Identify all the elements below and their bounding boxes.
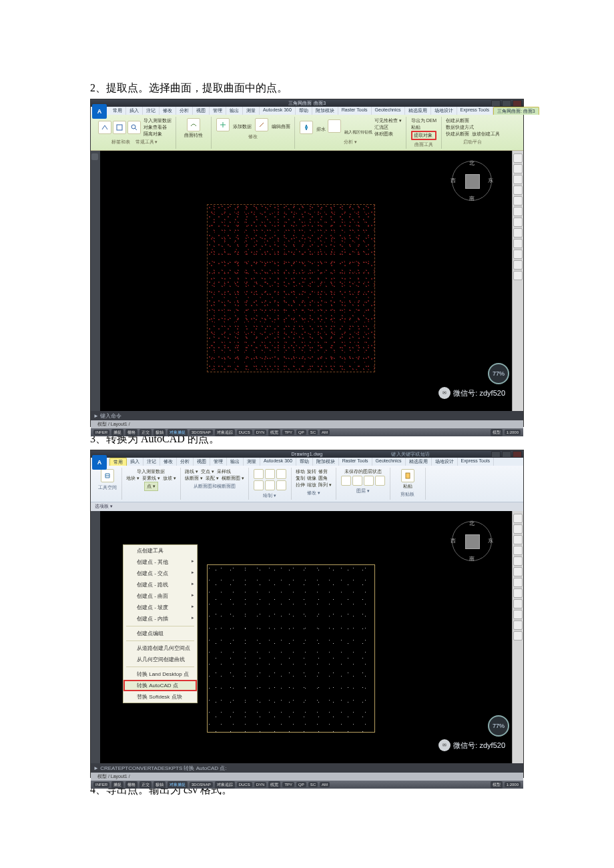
fillet-label[interactable]: 圆角 [318, 475, 328, 482]
command-line[interactable]: ► 键入命令 [91, 411, 523, 420]
surface-props-button[interactable] [187, 118, 200, 131]
status-chip[interactable]: AM [320, 430, 330, 435]
create-section-label[interactable]: 创建从断面 [446, 117, 500, 124]
tab[interactable]: 附加模块 [313, 458, 339, 466]
status-chip[interactable]: DUCS [237, 430, 252, 435]
move-label[interactable]: 移动 [296, 468, 305, 475]
status-chip[interactable]: SC [308, 430, 318, 435]
status-chip[interactable]: 捕捉 [111, 781, 123, 789]
featureline-label[interactable]: 要素线 ▾ [142, 475, 160, 482]
catchment-label[interactable]: 汇流区 [374, 124, 402, 131]
tool-icon[interactable] [513, 514, 523, 523]
add-data-button[interactable] [216, 118, 230, 131]
tool-icon[interactable] [513, 524, 523, 534]
tab[interactable]: 管理 [210, 458, 227, 466]
tool-icon[interactable] [513, 164, 523, 173]
tab[interactable]: 输出 [226, 107, 243, 115]
add-legend-button[interactable] [113, 121, 126, 134]
tab[interactable]: Geotechnics [372, 458, 406, 466]
minimize-button[interactable] [491, 100, 501, 107]
status-chip[interactable]: 3DOSNAP [190, 782, 213, 787]
ellipse-icon[interactable] [265, 480, 275, 490]
layout-tabs[interactable]: 模型 / Layout1 / [91, 420, 523, 428]
status-chip[interactable]: 线宽 [268, 781, 280, 789]
palette-dropdown[interactable]: 选项板 ▾ [95, 504, 113, 508]
tab[interactable]: 常用 [109, 107, 126, 115]
scale-label[interactable]: 缩放 [307, 482, 316, 488]
minimize-button[interactable] [491, 451, 501, 458]
tab-active[interactable]: 常用 [109, 458, 127, 466]
paste-button[interactable] [401, 469, 414, 482]
app-logo[interactable]: A [92, 455, 107, 470]
menu-item[interactable]: 创建点 - 曲面▸ [123, 590, 197, 602]
sampleline-label[interactable]: 采样线 [217, 468, 231, 475]
tab[interactable]: 测量 [243, 107, 260, 115]
status-chip[interactable]: TPY [282, 782, 294, 787]
array-label[interactable]: 阵列 ▾ [318, 482, 332, 488]
tab[interactable]: Express Tools [457, 107, 493, 115]
tab[interactable]: 插入 [127, 458, 143, 466]
status-chip[interactable]: 对象追踪 [215, 429, 235, 436]
tab[interactable]: 分析 [177, 458, 194, 466]
status-model[interactable]: 模型 [491, 429, 503, 436]
toolspace-button[interactable] [101, 469, 114, 482]
viewcube-top[interactable] [465, 174, 480, 189]
status-model[interactable]: 模型 [491, 781, 503, 789]
tab[interactable]: 精选应用 [406, 458, 432, 466]
tab[interactable]: Raster Tools [338, 107, 372, 115]
tab[interactable]: Express Tools [458, 458, 494, 466]
status-chip[interactable]: DYN [254, 782, 267, 787]
tab[interactable]: 插入 [126, 107, 143, 115]
add-label-button[interactable] [98, 121, 111, 134]
tab-active[interactable]: 三角网曲面: 曲面3 [493, 107, 539, 115]
tab[interactable]: Autodesk 360 [260, 458, 296, 466]
points-dropdown[interactable]: 点 ▾ [144, 482, 158, 491]
status-chip[interactable]: INFER [93, 430, 109, 435]
query-button[interactable] [127, 121, 141, 134]
app-logo[interactable]: A [92, 104, 107, 119]
layer-icon[interactable] [364, 476, 374, 486]
tab[interactable]: Autodesk 360 [260, 107, 296, 115]
tool-icon[interactable] [513, 196, 523, 205]
tab[interactable]: 测量 [244, 458, 260, 466]
status-chip[interactable]: AM [320, 782, 330, 787]
import-survey-label[interactable]: 导入测量数据 [137, 468, 165, 475]
maximize-button[interactable] [502, 100, 511, 107]
menu-item[interactable]: 创建点 - 其他▸ [123, 556, 197, 568]
view-cube[interactable]: 北 南 西 东 [452, 521, 492, 561]
status-chip[interactable]: 线宽 [268, 429, 280, 436]
tab[interactable]: 注记 [143, 458, 160, 466]
tab[interactable]: 修改 [160, 107, 176, 115]
rotate-label[interactable]: 旋转 [307, 468, 316, 475]
status-chip[interactable]: QP [296, 430, 306, 435]
zoom-badge[interactable]: 77% [488, 363, 509, 384]
menu-item[interactable]: 从道路创建几何空间点 [123, 642, 197, 654]
status-chip[interactable]: INFER [93, 782, 109, 787]
extract-objects-button[interactable]: 提取对象 [411, 131, 437, 140]
tab[interactable]: 帮助 [296, 458, 313, 466]
status-chip[interactable]: 极轴 [154, 781, 166, 789]
section-view-label[interactable]: 横断面图 ▾ [222, 475, 244, 482]
status-chip[interactable]: DUCS [237, 782, 252, 787]
tool-icon[interactable] [513, 588, 523, 598]
alignment-label[interactable]: 路线 ▾ [185, 468, 198, 475]
menu-item[interactable]: 从几何空间创建曲线 [123, 654, 197, 665]
feature-line-button[interactable] [328, 119, 341, 133]
tool-icon[interactable] [513, 610, 523, 619]
tool-icon[interactable] [513, 250, 523, 259]
tab[interactable]: 管理 [210, 107, 226, 115]
tab[interactable]: 注记 [143, 107, 160, 115]
copy-label[interactable]: 复制 [296, 475, 305, 482]
tool-icon[interactable] [513, 260, 523, 270]
tool-icon[interactable] [513, 556, 523, 566]
tab[interactable]: 场地设计 [432, 458, 458, 466]
layout-tabs[interactable]: 模型 / Layout1 / [91, 773, 523, 781]
drainage-button[interactable] [300, 121, 313, 134]
status-chip[interactable]: DYN [254, 430, 267, 435]
export-dem-label[interactable]: 导出为 DEM [411, 117, 437, 124]
tab[interactable]: Geotechnics [372, 107, 405, 115]
tool-icon[interactable] [513, 271, 523, 280]
status-chip[interactable]: 对象追踪 [215, 781, 235, 789]
status-chip[interactable]: 对象捕捉 [168, 429, 188, 436]
tool-icon[interactable] [513, 546, 523, 555]
